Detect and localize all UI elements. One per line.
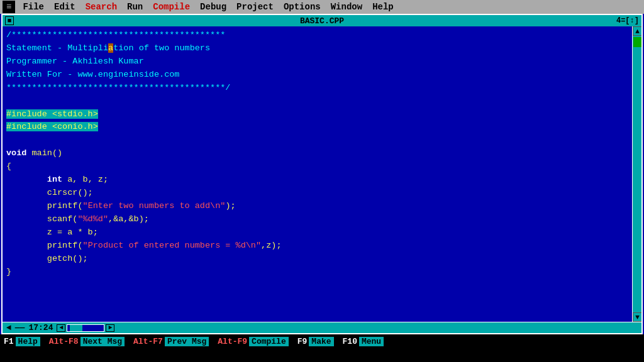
menu-search[interactable]: Search	[80, 1, 122, 13]
hscroll-track[interactable]	[67, 324, 104, 332]
code-line-12: int a, b, z;	[6, 173, 628, 187]
function-key-bar: F1 Help Alt-F8 Next Msg Alt-F7 Prev Msg …	[0, 334, 644, 348]
fkey-altf7-label[interactable]: Prev Msg	[165, 337, 209, 346]
code-line-2: Statement - Multipliation of two numbers	[6, 42, 628, 55]
fkey-altf9: Alt-F9 Compile	[216, 337, 288, 346]
fkey-f1: F1 Help	[3, 337, 40, 346]
hscroll-left-button[interactable]: ◄	[57, 324, 65, 332]
menu-window[interactable]: Window	[326, 1, 367, 13]
code-line-16: z = a * b;	[6, 226, 628, 239]
titlebar-dots-left: ≡≡≡≡≡≡≡≡≡≡≡≡≡≡≡≡≡≡≡≡≡≡≡≡≡≡	[18, 17, 142, 25]
menu-icon[interactable]: ≡	[3, 1, 15, 13]
code-line-13: clrscr();	[6, 187, 628, 200]
fkey-f10-num: F10	[341, 337, 358, 346]
fkey-altf7-num: Alt-F7	[132, 337, 164, 346]
editor-titlebar: ■ ≡≡≡≡≡≡≡≡≡≡≡≡≡≡≡≡≡≡≡≡≡≡≡≡≡≡ BASIC.CPP ≡…	[3, 15, 641, 26]
hscroll-right-button[interactable]: ►	[106, 324, 114, 332]
code-line-15: scanf("%d%d",&a,&b);	[6, 213, 628, 226]
scroll-down-button[interactable]: ▼	[633, 312, 641, 322]
vertical-scrollbar[interactable]: ▲ ▼	[632, 26, 641, 322]
menu-help[interactable]: Help	[367, 1, 399, 13]
fkey-f10-label[interactable]: Menu	[359, 337, 384, 346]
window-close-button[interactable]: ■	[5, 16, 14, 25]
menu-options[interactable]: Options	[279, 1, 326, 13]
code-line-9	[6, 134, 628, 147]
fkey-altf9-num: Alt-F9	[216, 337, 248, 346]
code-line-11: {	[6, 160, 628, 173]
status-left-arrow: ◄	[6, 323, 11, 332]
code-line-17: printf("Product of entered numbers = %d\…	[6, 239, 628, 253]
fkey-f9: F9 Make	[296, 337, 334, 346]
menu-edit[interactable]: Edit	[49, 1, 80, 13]
editor-content: /***************************************…	[3, 26, 641, 322]
menu-compile[interactable]: Compile	[148, 1, 195, 13]
editor-window: ■ ≡≡≡≡≡≡≡≡≡≡≡≡≡≡≡≡≡≡≡≡≡≡≡≡≡≡ BASIC.CPP ≡…	[1, 14, 643, 334]
window-number: 4=[↕]	[616, 16, 639, 25]
fkey-altf8-num: Alt-F8	[48, 337, 80, 346]
scroll-up-button[interactable]: ▲	[633, 26, 641, 36]
editor-statusbar: ◄ —— 17:24 ◄ ►	[3, 322, 641, 333]
menu-run[interactable]: Run	[122, 1, 148, 13]
fkey-altf8-label[interactable]: Next Msg	[80, 337, 125, 346]
menu-project[interactable]: Project	[231, 1, 279, 13]
menu-file[interactable]: File	[18, 1, 49, 13]
fkey-f10: F10 Menu	[341, 337, 384, 346]
fkey-f1-num: F1	[3, 337, 15, 346]
code-line-3: Programmer - Akhilesh Kumar	[6, 55, 628, 69]
fkey-altf9-label[interactable]: Compile	[249, 337, 289, 346]
code-line-1: /***************************************…	[6, 29, 628, 42]
code-line-7: #include <stdio.h>	[6, 108, 628, 121]
fkey-altf8: Alt-F8 Next Msg	[48, 337, 125, 346]
editor-title: BASIC.CPP	[300, 16, 344, 26]
fkey-f1-label[interactable]: Help	[16, 337, 40, 346]
code-line-5: ****************************************…	[6, 82, 628, 95]
code-line-18: getch();	[6, 253, 628, 266]
code-line-10: void main()	[6, 147, 628, 160]
menubar: ≡ File Edit Search Run Compile Debug Pro…	[0, 0, 644, 14]
scroll-track[interactable]	[633, 36, 641, 312]
fkey-f9-num: F9	[296, 337, 309, 346]
code-editor[interactable]: /***************************************…	[3, 26, 632, 322]
horizontal-scrollbar[interactable]: ◄ ►	[57, 324, 114, 332]
editor-area: ■ ≡≡≡≡≡≡≡≡≡≡≡≡≡≡≡≡≡≡≡≡≡≡≡≡≡≡ BASIC.CPP ≡…	[0, 14, 644, 334]
fkey-altf7: Alt-F7 Prev Msg	[132, 337, 209, 346]
menu-debug[interactable]: Debug	[195, 1, 231, 13]
fkey-f9-label[interactable]: Make	[309, 337, 333, 346]
hscroll-thumb[interactable]	[70, 325, 82, 331]
status-right-dash: ——	[15, 323, 25, 332]
code-line-8: #include <conio.h>	[6, 121, 628, 134]
editor-time: 17:24	[28, 323, 53, 332]
code-line-6	[6, 95, 628, 108]
code-line-4: Written For - www.engineinside.com	[6, 69, 628, 82]
code-line-19: }	[6, 266, 628, 279]
code-line-14: printf("Enter two numbers to add\n");	[6, 200, 628, 213]
scroll-thumb[interactable]	[633, 37, 641, 47]
